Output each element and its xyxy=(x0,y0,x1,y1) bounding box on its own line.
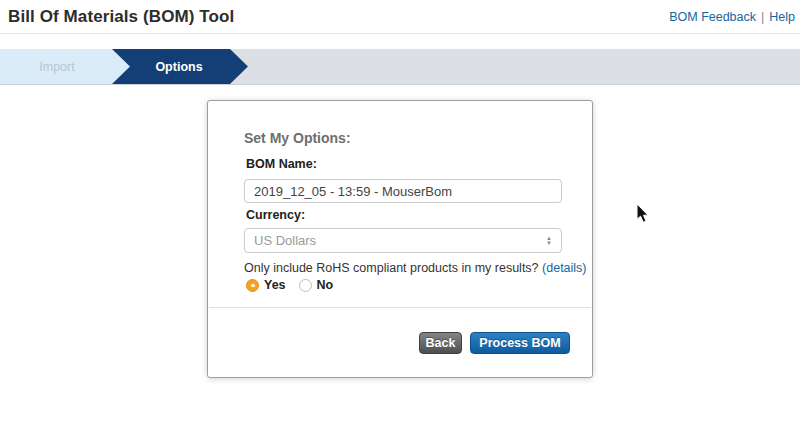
bom-name-label: BOM Name: xyxy=(246,157,317,171)
bom-tool-screen: Bill Of Materials (BOM) Tool BOM Feedbac… xyxy=(0,0,800,444)
back-button[interactable]: Back xyxy=(419,332,462,354)
wizard-stepper: Import Options xyxy=(0,49,800,85)
app-header: Bill Of Materials (BOM) Tool BOM Feedbac… xyxy=(0,0,800,34)
rohs-no-radio[interactable] xyxy=(299,279,312,292)
rohs-question: Only include RoHS compliant products in … xyxy=(244,261,587,275)
footer-divider xyxy=(209,307,591,308)
step-options: Options xyxy=(112,49,248,84)
currency-selected-value: US Dollars xyxy=(254,233,316,248)
bom-name-input[interactable] xyxy=(244,179,562,203)
rohs-no-label[interactable]: No xyxy=(317,278,334,292)
rohs-yes-label[interactable]: Yes xyxy=(264,278,286,292)
rohs-details-link[interactable]: (details) xyxy=(542,261,586,275)
step-import: Import xyxy=(0,49,130,84)
page-title: Bill Of Materials (BOM) Tool xyxy=(8,7,234,27)
rohs-question-text: Only include RoHS compliant products in … xyxy=(244,261,539,275)
step-options-label: Options xyxy=(155,60,202,74)
process-bom-button[interactable]: Process BOM xyxy=(470,332,570,354)
panel-heading: Set My Options: xyxy=(244,130,351,146)
rohs-yes-radio[interactable] xyxy=(246,279,259,292)
currency-select[interactable]: US Dollars ▲▼ xyxy=(244,228,562,253)
panel-buttons: Back Process BOM xyxy=(419,332,570,354)
bom-feedback-link[interactable]: BOM Feedback xyxy=(669,10,756,24)
help-link[interactable]: Help xyxy=(769,10,795,24)
rohs-radio-group: Yes No xyxy=(246,278,333,292)
step-import-label: Import xyxy=(39,60,74,74)
link-separator: | xyxy=(761,10,764,24)
header-links: BOM Feedback|Help xyxy=(669,10,795,24)
mouse-cursor-icon xyxy=(636,204,650,224)
select-spinner-icon: ▲▼ xyxy=(546,236,552,246)
set-options-panel: Set My Options: BOM Name: Currency: US D… xyxy=(207,100,593,378)
currency-label: Currency: xyxy=(246,208,305,222)
